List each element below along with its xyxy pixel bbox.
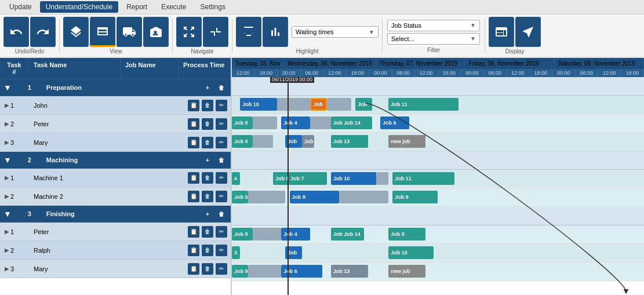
row-1-2-copy[interactable]: 📋	[188, 118, 199, 130]
task-row-3-1: ▶ 1 Peter 📋 🗑 ✏	[0, 223, 231, 241]
group3-add-button[interactable]: +	[202, 208, 213, 220]
job-bar-jobjob-fin1[interactable]: Job Job 14	[331, 228, 364, 241]
job-bar-job11[interactable]: Job 11	[388, 98, 459, 111]
job-bar-job-teal1[interactable]: Job	[355, 98, 372, 111]
job-bar-job10-mach1[interactable]: Job 10	[331, 172, 376, 185]
group2-add-button[interactable]: +	[202, 154, 213, 166]
gantt-dates-row: Tuesday, 05. Nov Wednesday, 06. November…	[232, 58, 644, 69]
job-bar-job14[interactable]: Job Job 14	[331, 116, 372, 129]
badge-button[interactable]	[143, 17, 169, 47]
job-bar-newjob-fin3[interactable]: new job	[388, 265, 425, 278]
gantt-row-3-1: Job 8 Job 4 Job Job 14 Job 8	[232, 225, 644, 244]
filter-label: Filter	[427, 47, 440, 53]
job-bar-job8-peter[interactable]: Job 8	[232, 116, 253, 129]
group2-delete-button[interactable]: 🗑	[216, 154, 227, 166]
row-2-2-expand[interactable]: ▶	[5, 193, 9, 199]
job-bar-job9-mach2[interactable]: Job 9	[392, 191, 438, 203]
row-1-3-delete[interactable]: 🗑	[202, 137, 213, 148]
forklift-button[interactable]	[117, 17, 142, 47]
row-3-1-expand[interactable]: ▶	[5, 228, 9, 235]
job-bar-3-ralph[interactable]: 3	[232, 246, 240, 259]
group1-add-button[interactable]: +	[202, 82, 213, 93]
row-1-1-edit[interactable]: ✏	[216, 100, 227, 111]
job-bar-newjob-mary[interactable]: new job	[388, 135, 425, 148]
row-1-3-copy[interactable]: 📋	[188, 137, 199, 148]
row-3-1-delete[interactable]: 🗑	[202, 226, 213, 238]
row-1-2-edit[interactable]: ✏	[216, 118, 227, 130]
job-bar-job10[interactable]: Job 10	[240, 98, 277, 111]
menu-execute[interactable]: Execute	[155, 1, 192, 13]
menu-understand-schedule[interactable]: Understand/Schedule	[40, 1, 118, 13]
job-bar-4-mach1[interactable]: 4	[232, 172, 240, 185]
job-bar-job8b-fin1[interactable]: Job 8	[388, 228, 425, 241]
view2-button[interactable]	[90, 17, 115, 47]
row-3-1-edit[interactable]: ✏	[216, 226, 227, 238]
row-2-1-copy[interactable]: 📋	[188, 172, 199, 184]
row-1-2-time	[136, 122, 188, 126]
layers-button[interactable]	[63, 17, 89, 47]
job-bar-job6job7[interactable]: Job 6 Job 7	[273, 172, 326, 185]
job-bar-job13-mary[interactable]: Job 13	[331, 135, 368, 148]
monitor-button[interactable]	[236, 17, 261, 47]
menu-update[interactable]: Update	[3, 1, 38, 13]
job-bar-job4-fin1[interactable]: Job 4	[281, 228, 310, 241]
row-2-1-edit[interactable]: ✏	[216, 172, 227, 184]
job-bar-gray3	[253, 116, 278, 129]
row-3-1-copy[interactable]: 📋	[188, 226, 199, 238]
job-bar-job9-fin3[interactable]: Job 9	[232, 265, 248, 278]
row-3-2-copy[interactable]: 📋	[188, 245, 199, 256]
group1-expand[interactable]: ▼	[0, 83, 15, 92]
row-3-2-edit[interactable]: ✏	[216, 245, 227, 256]
group1-delete-button[interactable]: 🗑	[216, 82, 227, 93]
menu-settings[interactable]: Settings	[195, 1, 231, 13]
navigate-label: Navigate	[191, 48, 213, 54]
row-2-2-delete[interactable]: 🗑	[202, 191, 213, 202]
row-3-3-delete[interactable]: 🗑	[202, 263, 213, 275]
gantt-date-wed: Wednesday, 06. November 2019	[284, 58, 376, 69]
row-1-2-delete[interactable]: 🗑	[202, 118, 213, 130]
display2-button[interactable]	[515, 17, 541, 47]
compress-button[interactable]	[203, 17, 228, 47]
row-3-1-time	[136, 230, 188, 234]
row-2-2-edit[interactable]: ✏	[216, 191, 227, 202]
row-1-1-copy[interactable]: 📋	[188, 100, 199, 111]
job-bar-job8-fin1[interactable]: Job 8	[232, 228, 253, 241]
waiting-times-dropdown[interactable]: Waiting times ▼	[292, 26, 379, 38]
row-3-3-edit[interactable]: ✏	[216, 263, 227, 275]
select-dropdown[interactable]: Select... ▼	[387, 33, 480, 45]
row-2-2-copy[interactable]: 📋	[188, 191, 199, 202]
row-1-3-expand[interactable]: ▶	[5, 139, 9, 145]
job-bar-job8-mach2[interactable]: Job 8	[290, 191, 339, 203]
row-1-1-expand[interactable]: ▶	[5, 102, 9, 108]
redo-button[interactable]	[30, 17, 56, 47]
job-status-dropdown[interactable]: Job Status ▼	[387, 20, 480, 31]
row-1-2-expand[interactable]: ▶	[5, 121, 9, 127]
chart-button[interactable]	[263, 17, 288, 47]
job-bar-job-orange[interactable]: Job	[310, 98, 326, 111]
job-bar-job11-mach1[interactable]: Job 11	[392, 172, 454, 185]
row-3-2-expand[interactable]: ▶	[5, 247, 9, 253]
row-3-2-delete[interactable]: 🗑	[202, 245, 213, 256]
group3-delete-button[interactable]: 🗑	[216, 208, 227, 220]
job-bar-job9-mary[interactable]: Job 9	[232, 135, 253, 148]
menu-report[interactable]: Report	[121, 1, 153, 13]
job-bar-job6-gray: Job 6	[302, 135, 314, 148]
row-2-1-delete[interactable]: 🗑	[202, 172, 213, 184]
expand-button[interactable]	[176, 17, 202, 47]
row-3-3-copy[interactable]: 📋	[188, 263, 199, 275]
row-1-3-edit[interactable]: ✏	[216, 137, 227, 148]
time-cell-0600-wed: 06:00	[301, 69, 324, 77]
row-1-1-delete[interactable]: 🗑	[202, 100, 213, 111]
gantt-date-tue-label: Tuesday, 05. Nov	[235, 60, 280, 67]
job-bar-job10-ralph[interactable]: Job 10	[388, 246, 434, 259]
job-bar-job4-peter[interactable]: Job 4	[281, 116, 310, 129]
undo-button[interactable]	[3, 17, 29, 47]
gantt-row-1-1: Job 10 Job Job Job 11	[232, 96, 644, 114]
job-bar-job5-mach2[interactable]: Job 5	[232, 191, 248, 203]
group2-expand[interactable]: ▼	[0, 155, 15, 165]
job-bar-job6-peter[interactable]: Job 6	[380, 116, 409, 129]
group3-expand[interactable]: ▼	[0, 209, 15, 218]
row-2-1-expand[interactable]: ▶	[5, 174, 9, 181]
row-3-3-expand[interactable]: ▶	[5, 265, 9, 272]
display1-button[interactable]	[489, 17, 514, 47]
